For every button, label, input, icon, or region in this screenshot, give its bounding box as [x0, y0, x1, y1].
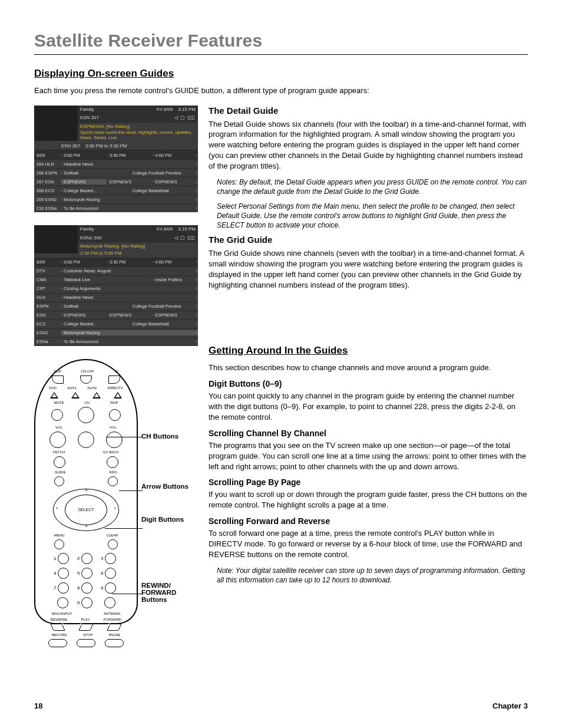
vcr-button	[52, 375, 64, 384]
goback-button	[107, 456, 118, 468]
ch-down-button	[78, 431, 94, 448]
clear-button	[108, 539, 118, 549]
scrolling-forward-reverse-body: To scroll forward one page at a time, pr…	[209, 528, 528, 560]
callout-rewind-forward-buttons: REWIND/ FORWARD Buttons	[141, 582, 197, 603]
stop-button	[77, 639, 95, 647]
section-getting-around-intro: This section describes how to change cha…	[209, 363, 528, 373]
directv-button	[114, 392, 122, 398]
footer-page-number: 18	[34, 701, 42, 710]
detail-guide-body: The Detail Guide shows six channels (fou…	[209, 119, 528, 172]
onoff-button	[80, 375, 92, 384]
digit-buttons-body: You can point quickly to any channel in …	[209, 391, 528, 423]
digit-buttons: 1234567890	[54, 553, 118, 608]
dvd-button	[50, 392, 58, 398]
play-button	[80, 624, 92, 631]
scrolling-forward-reverse-heading: Scrolling Forward and Reverse	[209, 516, 528, 526]
grid-guide-screenshot: Family Fri 8/09 3:15 PM ESN2 209 ◁ ▢ ▯◫ …	[34, 225, 198, 345]
ch-up-button	[78, 407, 94, 423]
section-displaying-heading: Displaying On-screen Guides	[34, 68, 528, 80]
vol-up-button	[106, 431, 123, 448]
scrolling-forward-reverse-note: Note: Your digital satellite receiver ca…	[209, 566, 528, 585]
section-getting-around-heading: Getting Around In the Guides	[209, 345, 528, 357]
callout-digit-buttons: Digit Buttons	[141, 516, 184, 523]
pause-button	[105, 639, 124, 647]
forward-button	[108, 624, 120, 631]
skip-button	[109, 409, 121, 421]
aux1-button	[71, 392, 80, 398]
detail-guide-heading: The Detail Guide	[209, 106, 528, 116]
callout-ch-buttons: CH Buttons	[141, 433, 178, 440]
mute-button	[51, 409, 63, 421]
detail-guide-note-1: Notes: By default, the Detail Guide appe…	[209, 177, 528, 196]
grid-guide-heading: The Grid Guide	[209, 235, 528, 245]
fetch-button	[54, 456, 65, 468]
menu-button	[54, 539, 64, 549]
scrolling-page-body: If you want to scroll up or down through…	[209, 489, 528, 510]
arrow-pad: SELECT ˄˅˂˃	[53, 489, 119, 531]
page-title: Satellite Receiver Features	[34, 31, 528, 51]
record-button	[48, 639, 67, 647]
callout-arrow-buttons: Arrow Buttons	[141, 483, 189, 490]
digit-buttons-heading: Digit Buttons (0–9)	[209, 379, 528, 388]
title-rule	[34, 54, 528, 55]
scrolling-channel-body: The programs that you see on the TV scre…	[209, 440, 528, 472]
section-displaying-intro: Each time you press the remote control's…	[34, 85, 528, 96]
aux2-button	[92, 392, 101, 398]
vol-down-button	[49, 431, 66, 448]
detail-guide-note-2: Select Personal Settings from the Main m…	[209, 202, 528, 230]
info-button	[108, 476, 118, 486]
remote-diagram: VCRON.OFFTV DVDAUX1AUX2DIRECTV MUTECHSKI…	[34, 359, 198, 624]
scrolling-channel-heading: Scrolling Channel By Channel	[209, 429, 528, 438]
scrolling-page-heading: Scrolling Page By Page	[209, 477, 528, 487]
grid-guide-body: The Grid Guide shows nine channels (seve…	[209, 248, 528, 291]
reverse-button	[52, 624, 64, 631]
footer-chapter: Chapter 3	[492, 701, 528, 710]
tv-button	[108, 375, 120, 384]
guide-button	[54, 476, 64, 486]
detail-guide-screenshot: Family Fri 8/09 3:15 PM ESN 207 ◁ ▢ ▯◫ E…	[34, 106, 198, 213]
